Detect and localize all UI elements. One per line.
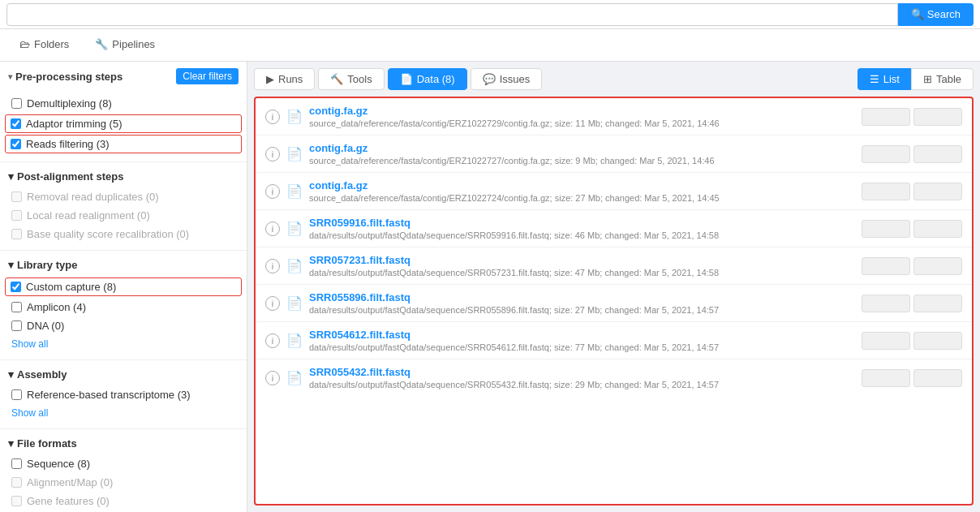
file-item: i 📄 SRR055896.filt.fastq data/results/ou… bbox=[256, 285, 972, 322]
filter-sequence[interactable]: Sequence (8) bbox=[0, 454, 247, 473]
tools-icon: 🔨 bbox=[330, 73, 343, 85]
file-path: data/results/output/fastQdata/sequence/S… bbox=[309, 230, 855, 240]
file-item: i 📄 contig.fa.gz source_data/reference/f… bbox=[256, 98, 972, 136]
gene-features-checkbox[interactable] bbox=[11, 496, 22, 506]
file-actions bbox=[862, 369, 962, 387]
filter-amplicon[interactable]: Amplicon (4) bbox=[0, 298, 247, 316]
file-actions bbox=[862, 220, 962, 238]
file-formats-header[interactable]: File formats bbox=[0, 432, 247, 454]
assembly-show-all[interactable]: Show all bbox=[0, 404, 247, 422]
file-name[interactable]: contig.fa.gz bbox=[309, 142, 855, 154]
file-action-btn-2[interactable] bbox=[913, 257, 962, 275]
file-action-btn-1[interactable] bbox=[862, 108, 910, 126]
file-action-btn-2[interactable] bbox=[913, 220, 962, 238]
file-name[interactable]: SRR059916.filt.fastq bbox=[309, 217, 855, 229]
file-action-btn-2[interactable] bbox=[913, 108, 962, 126]
filter-adaptor-trimming[interactable]: Adaptor trimming (5) bbox=[5, 114, 242, 133]
base-quality-checkbox[interactable] bbox=[11, 229, 22, 239]
removal-read-dup-checkbox[interactable] bbox=[11, 191, 22, 202]
amplicon-checkbox[interactable] bbox=[11, 302, 22, 312]
filter-demultiplexing[interactable]: Demultiplexing (8) bbox=[0, 94, 247, 113]
file-name[interactable]: SRR055432.filt.fastq bbox=[309, 366, 855, 378]
file-name[interactable]: SRR054612.filt.fastq bbox=[309, 329, 855, 341]
pipelines-icon: 🔧 bbox=[95, 38, 108, 50]
library-type-show-all[interactable]: Show all bbox=[0, 335, 247, 353]
content-area: ▶ Runs 🔨 Tools 📄 Data (8) 💬 Issues ☰ Lis… bbox=[247, 62, 980, 512]
filter-removal-read-dup[interactable]: Removal read duplicates (0) bbox=[0, 187, 247, 206]
custom-capture-checkbox[interactable] bbox=[11, 282, 21, 292]
filter-reads-filtering[interactable]: Reads filtering (3) bbox=[5, 135, 242, 153]
dna-checkbox[interactable] bbox=[11, 321, 22, 331]
file-action-btn-1[interactable] bbox=[862, 295, 910, 312]
file-details: SRR055432.filt.fastq data/results/output… bbox=[309, 366, 855, 389]
search-button[interactable]: 🔍 Search bbox=[898, 3, 974, 26]
library-type-header[interactable]: Library type bbox=[0, 254, 247, 276]
file-action-btn-1[interactable] bbox=[862, 369, 910, 387]
file-action-btn-2[interactable] bbox=[913, 332, 962, 350]
tab-data[interactable]: 📄 Data (8) bbox=[388, 68, 467, 90]
file-name[interactable]: contig.fa.gz bbox=[309, 179, 855, 191]
pre-processing-title[interactable]: Pre-processing steps bbox=[8, 71, 122, 83]
sequence-checkbox[interactable] bbox=[11, 458, 22, 469]
tab-list[interactable]: ☰ List bbox=[858, 68, 911, 90]
file-action-btn-2[interactable] bbox=[913, 295, 962, 312]
filter-alignment-map[interactable]: Alignment/Map (0) bbox=[0, 473, 247, 492]
file-actions bbox=[862, 257, 962, 275]
filter-gene-features[interactable]: Gene features (0) bbox=[0, 492, 247, 510]
tab-issues[interactable]: 💬 Issues bbox=[471, 68, 543, 90]
file-path: data/results/output/fastQdata/sequence/S… bbox=[309, 268, 855, 278]
filter-custom-capture[interactable]: Custom capture (8) bbox=[5, 278, 242, 296]
alignment-map-checkbox[interactable] bbox=[11, 477, 22, 488]
post-alignment-section: Post-alignment steps Removal read duplic… bbox=[0, 162, 247, 251]
tab-tools[interactable]: 🔨 Tools bbox=[318, 68, 384, 90]
search-input[interactable] bbox=[14, 8, 891, 20]
file-action-btn-1[interactable] bbox=[862, 332, 910, 350]
filter-base-quality[interactable]: Base quality score recalibration (0) bbox=[0, 225, 247, 243]
file-action-btn-2[interactable] bbox=[913, 145, 962, 163]
file-action-btn-1[interactable] bbox=[862, 183, 910, 200]
info-icon[interactable]: i bbox=[265, 333, 280, 348]
file-name[interactable]: SRR057231.filt.fastq bbox=[309, 254, 855, 266]
info-icon[interactable]: i bbox=[265, 110, 280, 124]
info-icon[interactable]: i bbox=[265, 259, 280, 273]
nav-item-pipelines[interactable]: 🔧 Pipelines bbox=[82, 29, 168, 61]
assembly-header[interactable]: Assembly bbox=[0, 364, 247, 385]
clear-filters-button[interactable]: Clear filters bbox=[176, 68, 239, 84]
post-alignment-header[interactable]: Post-alignment steps bbox=[0, 166, 247, 187]
filter-dna[interactable]: DNA (0) bbox=[0, 316, 247, 335]
info-icon[interactable]: i bbox=[265, 222, 280, 236]
assembly-arrow bbox=[8, 368, 14, 381]
info-icon[interactable]: i bbox=[265, 371, 280, 385]
info-icon[interactable]: i bbox=[265, 147, 280, 161]
list-icon: ☰ bbox=[870, 73, 879, 85]
file-action-btn-1[interactable] bbox=[862, 257, 910, 275]
tab-table[interactable]: ⊞ Table bbox=[911, 68, 974, 90]
file-name[interactable]: contig.fa.gz bbox=[309, 105, 855, 117]
tab-runs[interactable]: ▶ Runs bbox=[254, 68, 315, 90]
file-action-btn-2[interactable] bbox=[913, 183, 962, 200]
info-icon[interactable]: i bbox=[265, 296, 280, 311]
file-action-btn-1[interactable] bbox=[862, 220, 910, 238]
file-actions bbox=[862, 108, 962, 126]
file-formats-arrow bbox=[8, 437, 14, 450]
ref-transcriptome-checkbox[interactable] bbox=[11, 389, 22, 400]
file-action-btn-1[interactable] bbox=[862, 145, 910, 163]
content-tabs: ▶ Runs 🔨 Tools 📄 Data (8) 💬 Issues ☰ Lis… bbox=[254, 68, 974, 90]
file-details: SRR054612.filt.fastq data/results/output… bbox=[309, 329, 855, 352]
filter-local-read[interactable]: Local read realignment (0) bbox=[0, 206, 247, 225]
local-read-checkbox[interactable] bbox=[11, 210, 22, 221]
file-doc-icon: 📄 bbox=[286, 258, 303, 273]
demultiplexing-checkbox[interactable] bbox=[11, 98, 22, 109]
file-name[interactable]: SRR055896.filt.fastq bbox=[309, 291, 855, 303]
search-icon: 🔍 bbox=[911, 8, 924, 20]
reads-filtering-checkbox[interactable] bbox=[11, 139, 21, 149]
file-action-btn-2[interactable] bbox=[913, 369, 962, 387]
file-item: i 📄 SRR059916.filt.fastq data/results/ou… bbox=[256, 210, 972, 247]
file-path: source_data/reference/fasta/contig/ERZ10… bbox=[309, 118, 855, 128]
search-input-wrap bbox=[6, 3, 898, 26]
filter-ref-transcriptome[interactable]: Reference-based transcriptome (3) bbox=[0, 385, 247, 404]
info-icon[interactable]: i bbox=[265, 184, 280, 199]
adaptor-trimming-checkbox[interactable] bbox=[11, 118, 21, 129]
nav-item-folders[interactable]: 🗁 Folders bbox=[6, 29, 82, 61]
nav-row: 🗁 Folders 🔧 Pipelines bbox=[0, 29, 980, 62]
